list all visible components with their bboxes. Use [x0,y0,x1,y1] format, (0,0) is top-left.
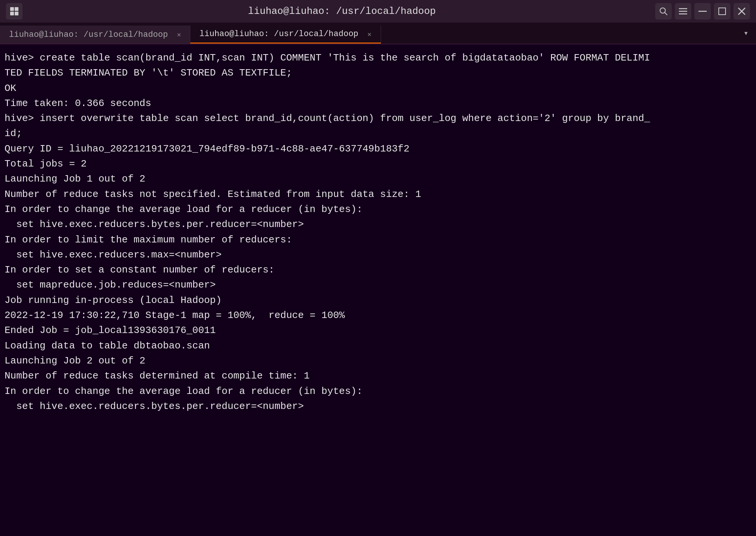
tab-2-label: liuhao@liuhao: /usr/local/hadoop [199,29,358,39]
terminal-line: set hive.exec.reducers.bytes.per.reducer… [5,217,751,232]
terminal-line: Time taken: 0.366 seconds [5,96,751,111]
close-button[interactable] [733,3,750,20]
terminal-line: Loading data to table dbtaobao.scan [5,338,751,353]
app-icon[interactable] [6,3,23,20]
svg-rect-0 [10,7,14,11]
svg-rect-1 [15,7,18,11]
tab-1-close[interactable]: ✕ [177,30,181,39]
svg-rect-2 [10,12,14,15]
terminal-line: Number of reduce tasks determined at com… [5,368,751,383]
terminal-line: Job running in-process (local Hadoop) [5,293,751,308]
terminal-line: Query ID = liuhao_20221219173021_794edf8… [5,141,751,156]
terminal-line: Launching Job 1 out of 2 [5,171,751,186]
terminal-line: In order to set a constant number of red… [5,262,751,277]
tab-1[interactable]: liuhao@liuhao: /usr/local/hadoop ✕ [0,26,190,44]
svg-point-4 [660,8,665,13]
svg-rect-10 [719,8,726,15]
window-controls [655,3,750,20]
tab-2[interactable]: liuhao@liuhao: /usr/local/hadoop ✕ [190,26,381,44]
minimize-button[interactable] [694,3,711,20]
tab-2-close[interactable]: ✕ [367,30,372,38]
svg-rect-3 [15,12,18,15]
terminal-line: hive> create table scan(brand_id INT,sca… [5,50,751,65]
terminal-line: set hive.exec.reducers.bytes.per.reducer… [5,399,751,414]
terminal-line: In order to change the average load for … [5,384,751,399]
terminal-line: Total jobs = 2 [5,156,751,171]
tab-1-label: liuhao@liuhao: /usr/local/hadoop [9,30,168,39]
terminal-line: Ended Job = job_local1393630176_0011 [5,323,751,338]
search-button[interactable] [655,3,672,20]
terminal-line: hive> insert overwrite table scan select… [5,111,751,126]
terminal-content[interactable]: hive> create table scan(brand_id INT,sca… [0,44,756,536]
terminal-line: Number of reduce tasks not specified. Es… [5,187,751,202]
window-title: liuhao@liuhao: /usr/local/hadoop [29,6,655,17]
terminal-line: Launching Job 2 out of 2 [5,353,751,368]
tab-bar: liuhao@liuhao: /usr/local/hadoop ✕ liuha… [0,23,756,44]
svg-line-5 [665,12,667,15]
terminal-line: 2022-12-19 17:30:22,710 Stage-1 map = 10… [5,308,751,323]
terminal-line: set hive.exec.reducers.max=<number> [5,247,751,262]
terminal-line: TED FIELDS TERMINATED BY '\t' STORED AS … [5,65,751,80]
terminal-line: id; [5,126,751,141]
menu-button[interactable] [675,3,691,20]
tab-dropdown[interactable]: ▾ [741,25,751,41]
terminal-line: OK [5,81,751,96]
terminal-line: In order to change the average load for … [5,202,751,217]
terminal-line: set mapreduce.job.reduces=<number> [5,277,751,292]
terminal-line: In order to limit the maximum number of … [5,232,751,247]
maximize-button[interactable] [714,3,730,20]
title-bar: liuhao@liuhao: /usr/local/hadoop [0,0,756,23]
